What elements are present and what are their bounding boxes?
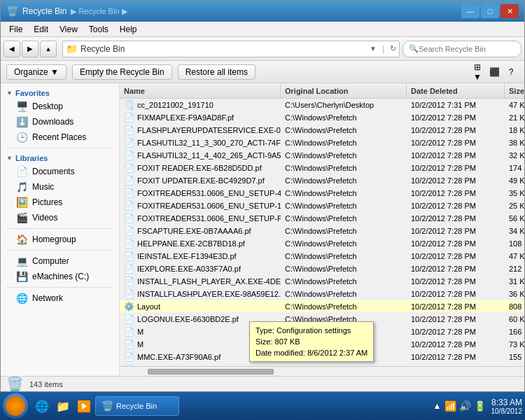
table-row[interactable]: ⚙️ Layout C:\Windows\Prefetch 10/2/2012 … xyxy=(120,300,524,313)
menu-edit[interactable]: Edit xyxy=(28,23,54,36)
table-row[interactable]: 📄 FOXITREADER531.0606_ENU_SETUP-17482E54… xyxy=(120,200,524,212)
close-button[interactable]: ✕ xyxy=(500,4,519,18)
address-bar[interactable]: 📁 Recycle Bin ▼ | ↻ xyxy=(62,41,400,57)
sidebar-item-music[interactable]: 🎵 Music xyxy=(1,179,119,195)
table-row[interactable]: 📄 INSTALL_FLASH_PLAYER_AX.EXE-4DE0D854.p… xyxy=(120,275,524,288)
hscroll-thumb[interactable] xyxy=(148,369,274,374)
sidebar-item-videos[interactable]: 🎬 Videos xyxy=(1,210,119,225)
libraries-section: Libraries 📄 Documents 🎵 Music 🖼️ Picture… xyxy=(1,151,119,225)
table-row[interactable]: 📄 HELPPANE.EXE-2CB7BD18.pf C:\Windows\Pr… xyxy=(120,237,524,250)
sidebar-item-desktop[interactable]: 🖥️ Desktop xyxy=(1,99,119,114)
taskbar-window-button[interactable]: 🗑️ Recycle Bin xyxy=(95,396,179,416)
preview-pane-button[interactable]: ⬛ xyxy=(486,64,502,80)
tray-icon-1[interactable]: ▲ xyxy=(433,401,442,411)
sidebar-item-pictures[interactable]: 🖼️ Pictures xyxy=(1,195,119,210)
table-row[interactable]: 📄 FOXITREADER531.0606_ENU_SETUP-47C88DE9… xyxy=(120,187,524,200)
cell-date: 10/2/2012 7:28 PM xyxy=(407,313,505,325)
sidebar-item-homegroup[interactable]: 🏠 Homegroup xyxy=(1,232,119,247)
cell-size: 35 KB xyxy=(505,187,524,199)
table-row[interactable]: 📄 FSCAPTURE.EXE-0B7AAAA6.pf C:\Windows\P… xyxy=(120,225,524,237)
table-row[interactable]: 🗒️ cc_20121002_191710 C:\Users\Cherlyn\D… xyxy=(120,99,524,111)
sidebar-item-computer[interactable]: 💻 Computer xyxy=(1,253,119,269)
taskbar-explorer[interactable]: 📁 xyxy=(53,396,73,416)
search-input[interactable] xyxy=(419,45,510,53)
empty-recycle-button[interactable]: Empty the Recycle Bin xyxy=(72,64,172,80)
minimize-button[interactable]: — xyxy=(461,4,479,18)
taskbar-media[interactable]: ▶️ xyxy=(74,396,94,416)
start-button[interactable] xyxy=(3,393,28,419)
table-row[interactable]: 📄 FOXIT UPDATER.EXE-BC4929D7.pf C:\Windo… xyxy=(120,174,524,187)
file-name: FIXMAPLEXE-F9A9AD8F.pf xyxy=(137,113,234,122)
col-header-location[interactable]: Original Location xyxy=(281,83,407,98)
favorites-header[interactable]: Favorites xyxy=(1,86,119,99)
cell-name: 📄 FOXIT UPDATER.EXE-BC4929D7.pf xyxy=(120,174,281,186)
address-sep: | xyxy=(382,44,384,54)
up-button[interactable]: ▲ xyxy=(40,41,57,57)
col-header-size[interactable]: Size xyxy=(505,83,524,98)
table-row[interactable]: 📄 IEINSTAL.EXE-F1394E3D.pf C:\Windows\Pr… xyxy=(120,250,524,262)
sidebar-emachines-label: eMachines (C:) xyxy=(32,272,89,281)
cell-location: C:\Windows\Prefetch xyxy=(281,288,407,300)
time-display: 8:33 AM xyxy=(491,398,523,407)
table-row[interactable]: 📄 FLASHPLAYERUPDATESERVICE.EXE-0129C0B2.… xyxy=(120,124,524,136)
restore-all-button[interactable]: Restore all items xyxy=(178,64,255,80)
help-button[interactable]: ? xyxy=(503,64,519,80)
clock[interactable]: 8:33 AM 10/8/2012 xyxy=(491,398,523,415)
tooltip-size: Size: 807 KB xyxy=(255,336,368,347)
sidebar-item-documents[interactable]: 📄 Documents xyxy=(1,164,119,179)
table-row[interactable]: 📄 INSTALLFLASHPLAYER.EXE-98A59E12.pf C:\… xyxy=(120,288,524,300)
menu-view[interactable]: View xyxy=(54,23,83,36)
cell-location: C:\Windows\Prefetch xyxy=(281,300,407,312)
table-row[interactable]: 📄 FOXIT READER.EXE-6B28D5DD.pf C:\Window… xyxy=(120,162,524,174)
sidebar-item-emachines[interactable]: 💾 eMachines (C:) xyxy=(1,269,119,284)
search-bar[interactable]: 🔍 xyxy=(402,41,522,57)
address-folder-icon: 📁 xyxy=(66,43,78,55)
table-row[interactable]: 📄 FLASHUTIL32_11_4_402_265_ACTI-9A59A23C… xyxy=(120,149,524,162)
table-row[interactable]: 📄 FIXMAPLEXE-F9A9AD8F.pf C:\Windows\Pref… xyxy=(120,111,524,124)
sidebar-homegroup-label: Homegroup xyxy=(32,234,76,244)
cell-size: 60 KB xyxy=(505,313,524,325)
tray-volume-icon[interactable]: 🔊 xyxy=(459,400,471,412)
cell-location: C:\Windows\Prefetch xyxy=(281,149,407,161)
refresh-button[interactable]: ↻ xyxy=(390,44,396,53)
sidebar-item-recent[interactable]: 🕒 Recent Places xyxy=(1,130,119,145)
file-name: FOXITREADER531.0606_ENU_SETUP-17482E54.p… xyxy=(137,202,281,210)
view-options-button[interactable]: ⊞ ▼ xyxy=(470,64,485,80)
tray-power-icon[interactable]: 🔋 xyxy=(474,400,486,412)
cell-location: C:\Windows\Prefetch xyxy=(281,275,407,287)
forward-button[interactable]: ▶ xyxy=(22,41,38,57)
file-type-icon: 📄 xyxy=(124,176,134,186)
organize-button[interactable]: Organize ▼ xyxy=(6,64,66,80)
menu-tools[interactable]: Tools xyxy=(83,23,114,36)
libraries-header[interactable]: Libraries xyxy=(1,151,119,164)
menu-help[interactable]: Help xyxy=(114,23,143,36)
action-toolbar: Organize ▼ Empty the Recycle Bin Restore… xyxy=(1,61,524,83)
item-count: 143 items xyxy=(29,380,63,388)
taskbar-right: ▲ 📶 🔊 🔋 8:33 AM 10/8/2012 xyxy=(433,398,522,415)
file-type-icon: 📄 xyxy=(124,150,134,160)
sidebar-recent-label: Recent Places xyxy=(32,132,86,142)
sidebar-network-label: Network xyxy=(32,293,63,303)
table-row[interactable]: 📄 FLASHUTIL32_11_3_300_270_ACTI-74F11A3C… xyxy=(120,136,524,149)
col-header-date[interactable]: Date Deleted xyxy=(407,83,505,98)
file-name: FLASHUTIL32_11_3_300_270_ACTI-74F11A3C.p… xyxy=(137,139,281,147)
cell-date: 10/2/2012 7:28 PM xyxy=(407,200,505,211)
sidebar-computer-label: Computer xyxy=(32,256,69,266)
table-row[interactable]: 📄 IEXPLORE.EXE-A033F7A0.pf C:\Windows\Pr… xyxy=(120,262,524,275)
maximize-button[interactable]: □ xyxy=(481,4,499,18)
menu-file[interactable]: File xyxy=(4,23,28,36)
sidebar-item-network[interactable]: 🌐 Network xyxy=(1,290,119,306)
file-name: INSTALL_FLASH_PLAYER_AX.EXE-4DE0D854.pf xyxy=(137,277,281,286)
address-dropdown-icon[interactable]: ▼ xyxy=(370,45,377,52)
table-row[interactable]: 📄 FOXITREADER531.0606_ENU_SETUP-F0F8D6BB… xyxy=(120,212,524,225)
tray-network-icon[interactable]: 📶 xyxy=(444,400,456,412)
cell-date: 10/2/2012 7:28 PM xyxy=(407,250,505,262)
taskbar-ie[interactable]: 🌐 xyxy=(32,396,52,416)
cell-date: 10/2/2012 7:28 PM xyxy=(407,136,505,148)
cell-size: 47 KB xyxy=(505,250,524,262)
horizontal-scrollbar[interactable] xyxy=(120,366,524,376)
cell-date: 10/2/2012 7:28 PM xyxy=(407,111,505,123)
col-header-name[interactable]: Name xyxy=(120,83,281,98)
sidebar-item-downloads[interactable]: ⬇️ Downloads xyxy=(1,114,119,130)
back-button[interactable]: ◀ xyxy=(4,41,20,57)
